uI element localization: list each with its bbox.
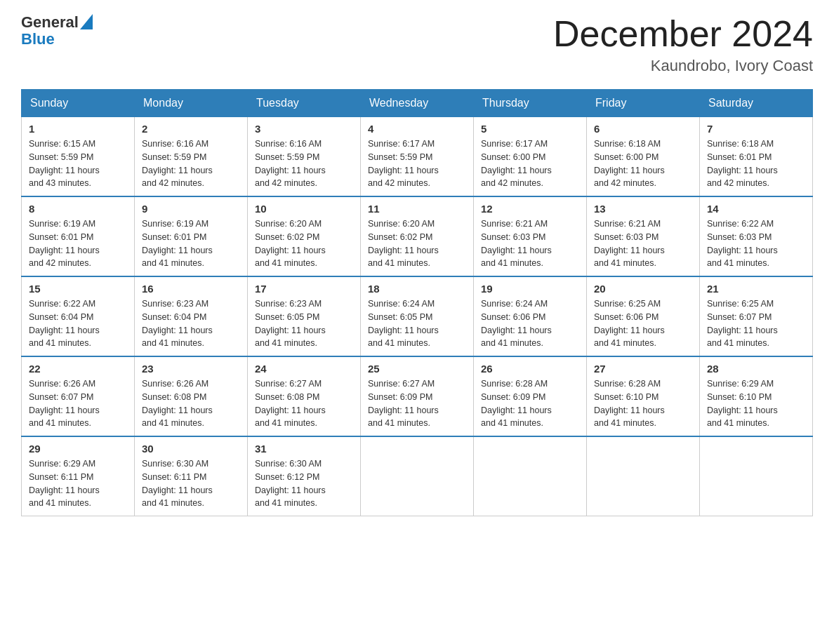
logo: General Blue <box>21 14 93 48</box>
day-number: 29 <box>29 443 127 455</box>
day-number: 7 <box>707 123 805 135</box>
day-number: 12 <box>481 203 579 215</box>
day-info: Sunrise: 6:19 AMSunset: 6:01 PMDaylight:… <box>29 217 127 270</box>
day-info: Sunrise: 6:18 AMSunset: 6:00 PMDaylight:… <box>594 137 692 190</box>
day-info: Sunrise: 6:27 AMSunset: 6:09 PMDaylight:… <box>368 377 466 430</box>
day-number: 9 <box>142 203 240 215</box>
logo-triangle-icon <box>80 14 93 29</box>
day-number: 31 <box>255 443 353 455</box>
day-info: Sunrise: 6:21 AMSunset: 6:03 PMDaylight:… <box>594 217 692 270</box>
col-header-friday: Friday <box>587 90 700 117</box>
day-cell: 17 Sunrise: 6:23 AMSunset: 6:05 PMDaylig… <box>248 276 361 356</box>
day-number: 1 <box>29 123 127 135</box>
day-cell: 5 Sunrise: 6:17 AMSunset: 6:00 PMDayligh… <box>474 117 587 197</box>
day-cell: 30 Sunrise: 6:30 AMSunset: 6:11 PMDaylig… <box>135 436 248 516</box>
col-header-saturday: Saturday <box>700 90 813 117</box>
day-info: Sunrise: 6:20 AMSunset: 6:02 PMDaylight:… <box>255 217 353 270</box>
day-number: 25 <box>368 363 466 375</box>
day-number: 17 <box>255 283 353 295</box>
day-number: 4 <box>368 123 466 135</box>
day-info: Sunrise: 6:26 AMSunset: 6:07 PMDaylight:… <box>29 377 127 430</box>
day-number: 24 <box>255 363 353 375</box>
day-number: 13 <box>594 203 692 215</box>
day-cell: 25 Sunrise: 6:27 AMSunset: 6:09 PMDaylig… <box>361 356 474 436</box>
day-number: 21 <box>707 283 805 295</box>
col-header-thursday: Thursday <box>474 90 587 117</box>
day-number: 3 <box>255 123 353 135</box>
day-cell: 1 Sunrise: 6:15 AMSunset: 5:59 PMDayligh… <box>22 117 135 197</box>
day-cell: 8 Sunrise: 6:19 AMSunset: 6:01 PMDayligh… <box>22 196 135 276</box>
day-cell: 29 Sunrise: 6:29 AMSunset: 6:11 PMDaylig… <box>22 436 135 516</box>
day-cell: 9 Sunrise: 6:19 AMSunset: 6:01 PMDayligh… <box>135 196 248 276</box>
day-info: Sunrise: 6:24 AMSunset: 6:05 PMDaylight:… <box>368 297 466 350</box>
day-cell: 28 Sunrise: 6:29 AMSunset: 6:10 PMDaylig… <box>700 356 813 436</box>
day-number: 19 <box>481 283 579 295</box>
day-number: 16 <box>142 283 240 295</box>
day-info: Sunrise: 6:22 AMSunset: 6:03 PMDaylight:… <box>707 217 805 270</box>
day-number: 10 <box>255 203 353 215</box>
day-number: 28 <box>707 363 805 375</box>
day-info: Sunrise: 6:16 AMSunset: 5:59 PMDaylight:… <box>142 137 240 190</box>
week-row-3: 15 Sunrise: 6:22 AMSunset: 6:04 PMDaylig… <box>22 276 813 356</box>
title-block: December 2024 Kaundrobo, Ivory Coast <box>553 14 813 75</box>
day-cell <box>587 436 700 516</box>
day-info: Sunrise: 6:23 AMSunset: 6:05 PMDaylight:… <box>255 297 353 350</box>
col-header-tuesday: Tuesday <box>248 90 361 117</box>
day-cell: 7 Sunrise: 6:18 AMSunset: 6:01 PMDayligh… <box>700 117 813 197</box>
week-row-1: 1 Sunrise: 6:15 AMSunset: 5:59 PMDayligh… <box>22 117 813 197</box>
day-info: Sunrise: 6:25 AMSunset: 6:07 PMDaylight:… <box>707 297 805 350</box>
day-number: 27 <box>594 363 692 375</box>
day-cell: 10 Sunrise: 6:20 AMSunset: 6:02 PMDaylig… <box>248 196 361 276</box>
month-title: December 2024 <box>553 14 813 54</box>
day-number: 30 <box>142 443 240 455</box>
day-cell: 27 Sunrise: 6:28 AMSunset: 6:10 PMDaylig… <box>587 356 700 436</box>
day-cell: 21 Sunrise: 6:25 AMSunset: 6:07 PMDaylig… <box>700 276 813 356</box>
day-number: 11 <box>368 203 466 215</box>
day-number: 26 <box>481 363 579 375</box>
day-cell: 14 Sunrise: 6:22 AMSunset: 6:03 PMDaylig… <box>700 196 813 276</box>
day-info: Sunrise: 6:30 AMSunset: 6:11 PMDaylight:… <box>142 457 240 510</box>
col-header-sunday: Sunday <box>22 90 135 117</box>
day-info: Sunrise: 6:16 AMSunset: 5:59 PMDaylight:… <box>255 137 353 190</box>
day-cell: 26 Sunrise: 6:28 AMSunset: 6:09 PMDaylig… <box>474 356 587 436</box>
day-cell: 15 Sunrise: 6:22 AMSunset: 6:04 PMDaylig… <box>22 276 135 356</box>
day-info: Sunrise: 6:17 AMSunset: 5:59 PMDaylight:… <box>368 137 466 190</box>
day-info: Sunrise: 6:15 AMSunset: 5:59 PMDaylight:… <box>29 137 127 190</box>
day-info: Sunrise: 6:30 AMSunset: 6:12 PMDaylight:… <box>255 457 353 510</box>
day-cell: 12 Sunrise: 6:21 AMSunset: 6:03 PMDaylig… <box>474 196 587 276</box>
day-cell <box>361 436 474 516</box>
day-number: 18 <box>368 283 466 295</box>
day-info: Sunrise: 6:18 AMSunset: 6:01 PMDaylight:… <box>707 137 805 190</box>
logo-blue: Blue <box>21 30 55 48</box>
day-cell: 24 Sunrise: 6:27 AMSunset: 6:08 PMDaylig… <box>248 356 361 436</box>
day-cell: 4 Sunrise: 6:17 AMSunset: 5:59 PMDayligh… <box>361 117 474 197</box>
calendar-table: SundayMondayTuesdayWednesdayThursdayFrid… <box>21 89 813 516</box>
logo-general: General <box>21 14 79 31</box>
day-cell: 16 Sunrise: 6:23 AMSunset: 6:04 PMDaylig… <box>135 276 248 356</box>
day-number: 6 <box>594 123 692 135</box>
day-number: 15 <box>29 283 127 295</box>
day-cell <box>700 436 813 516</box>
day-number: 22 <box>29 363 127 375</box>
day-cell: 23 Sunrise: 6:26 AMSunset: 6:08 PMDaylig… <box>135 356 248 436</box>
day-cell: 6 Sunrise: 6:18 AMSunset: 6:00 PMDayligh… <box>587 117 700 197</box>
day-number: 5 <box>481 123 579 135</box>
day-info: Sunrise: 6:26 AMSunset: 6:08 PMDaylight:… <box>142 377 240 430</box>
week-row-4: 22 Sunrise: 6:26 AMSunset: 6:07 PMDaylig… <box>22 356 813 436</box>
day-cell: 31 Sunrise: 6:30 AMSunset: 6:12 PMDaylig… <box>248 436 361 516</box>
day-info: Sunrise: 6:23 AMSunset: 6:04 PMDaylight:… <box>142 297 240 350</box>
col-header-wednesday: Wednesday <box>361 90 474 117</box>
day-info: Sunrise: 6:27 AMSunset: 6:08 PMDaylight:… <box>255 377 353 430</box>
day-cell: 3 Sunrise: 6:16 AMSunset: 5:59 PMDayligh… <box>248 117 361 197</box>
day-info: Sunrise: 6:19 AMSunset: 6:01 PMDaylight:… <box>142 217 240 270</box>
day-number: 20 <box>594 283 692 295</box>
svg-marker-0 <box>80 14 93 29</box>
day-info: Sunrise: 6:24 AMSunset: 6:06 PMDaylight:… <box>481 297 579 350</box>
day-cell <box>474 436 587 516</box>
calendar-header-row: SundayMondayTuesdayWednesdayThursdayFrid… <box>22 90 813 117</box>
day-number: 2 <box>142 123 240 135</box>
col-header-monday: Monday <box>135 90 248 117</box>
page-header: General Blue December 2024 Kaundrobo, Iv… <box>21 14 813 75</box>
day-number: 14 <box>707 203 805 215</box>
day-number: 8 <box>29 203 127 215</box>
